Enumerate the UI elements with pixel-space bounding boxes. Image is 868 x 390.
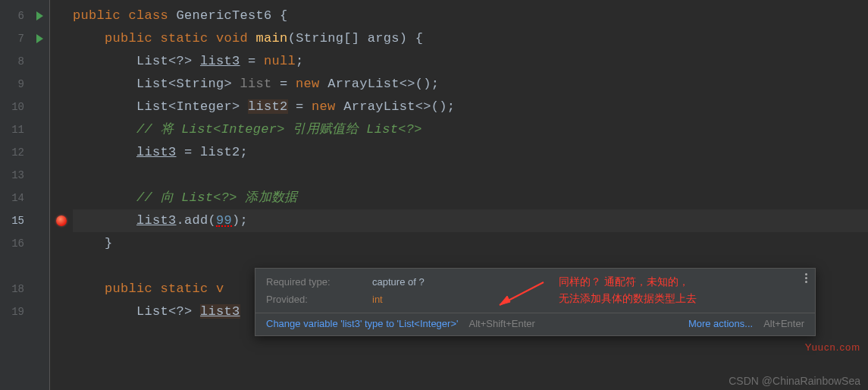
line-number: 16	[0, 232, 30, 255]
code-line[interactable]: }	[73, 232, 868, 255]
error-tooltip-popup: Required type: capture of ? Provided: in…	[255, 268, 816, 336]
quickfix-link[interactable]: Change variable 'list3' type to 'List<In…	[266, 318, 458, 329]
code-line[interactable]: // 向 List<?> 添加数据	[73, 187, 868, 209]
line-number-gutter: 6 7 8 9 10 11 12 13 14 15 16 18 19	[0, 0, 30, 390]
code-line[interactable]: List<?> list3 = null;	[73, 50, 868, 73]
line-number: 9	[0, 73, 30, 96]
svg-marker-1	[500, 296, 510, 305]
kebab-menu-icon[interactable]	[805, 273, 807, 283]
annotation-text: 同样的？ 通配符，未知的， 无法添加具体的数据类型上去	[559, 273, 697, 307]
shortcut-hint: Alt+Enter	[763, 318, 804, 329]
icon-gutter	[50, 0, 73, 390]
line-number: 14	[0, 187, 30, 209]
line-number: 11	[0, 118, 30, 141]
code-line[interactable]: public class GenericTest6 {	[73, 5, 868, 27]
provided-label: Provided:	[266, 294, 365, 305]
watermark-csdn: CSDN @ChinaRainbowSea	[729, 375, 860, 387]
shortcut-hint: Alt+Shift+Enter	[468, 318, 534, 329]
line-number: 15	[0, 209, 30, 232]
error-bulb-icon[interactable]	[56, 215, 67, 226]
code-line[interactable]	[73, 164, 868, 187]
code-line[interactable]: public static void main(String[] args) {	[73, 27, 868, 50]
line-number: 8	[0, 50, 30, 73]
run-icon[interactable]	[36, 34, 43, 43]
run-gutter	[30, 0, 49, 390]
line-number: 13	[0, 164, 30, 187]
line-number: 10	[0, 96, 30, 118]
code-line[interactable]: List<String> list = new ArrayList<>();	[73, 73, 868, 96]
required-type-value: capture of ?	[372, 276, 425, 288]
line-number: 18	[0, 278, 30, 300]
code-line[interactable]: list3 = list2;	[73, 141, 868, 164]
more-actions-link[interactable]: More actions...	[688, 318, 753, 329]
line-number: 7	[0, 27, 30, 50]
code-line[interactable]: list3.add(99);	[73, 209, 868, 232]
provided-value: int	[372, 294, 425, 305]
watermark-site: Yuucn.com	[805, 341, 860, 353]
line-number	[0, 255, 30, 278]
line-number: 12	[0, 141, 30, 164]
annotation-arrow-icon	[490, 276, 551, 314]
code-line[interactable]: // 将 List<Integer> 引用赋值给 List<?>	[73, 118, 868, 141]
run-icon[interactable]	[36, 11, 43, 20]
line-number: 19	[0, 300, 30, 323]
line-number: 6	[0, 5, 30, 27]
required-type-label: Required type:	[266, 276, 365, 288]
code-line[interactable]: List<Integer> list2 = new ArrayList<>();	[73, 96, 868, 118]
